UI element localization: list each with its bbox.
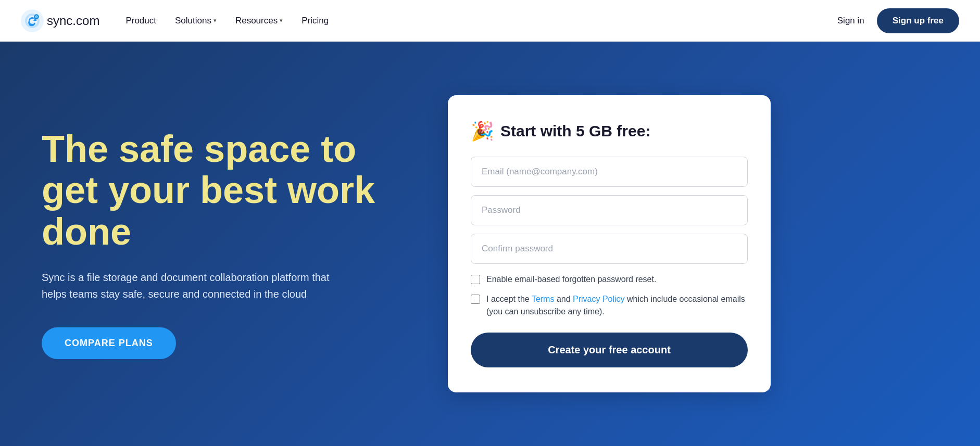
navbar: sync.com Product Solutions ▾ Resources ▾… <box>0 0 980 42</box>
email-input[interactable] <box>471 157 748 187</box>
hero-subtext: Sync is a file storage and document coll… <box>42 269 344 302</box>
terms-checkbox[interactable] <box>471 295 480 304</box>
solutions-chevron-icon: ▾ <box>213 17 217 24</box>
nav-product[interactable]: Product <box>125 16 156 26</box>
nav-solutions[interactable]: Solutions ▾ <box>175 16 217 26</box>
card-title-text: Start with 5 GB free: <box>500 122 650 140</box>
logo[interactable]: sync.com <box>21 9 99 32</box>
party-emoji: 🎉 <box>471 120 494 142</box>
confirm-password-input[interactable] <box>471 234 748 264</box>
sign-in-link[interactable]: Sign in <box>837 16 864 26</box>
terms-middle-text: and <box>554 295 573 303</box>
signup-button[interactable]: Sign up free <box>877 8 959 33</box>
hero-section: The safe space to get your best work don… <box>0 42 980 446</box>
resources-chevron-icon: ▾ <box>280 17 283 24</box>
nav-right: Sign in Sign up free <box>837 8 959 33</box>
password-group <box>471 195 748 225</box>
terms-link[interactable]: Terms <box>532 295 555 303</box>
confirm-password-group <box>471 234 748 264</box>
password-input[interactable] <box>471 195 748 225</box>
svg-point-0 <box>21 9 44 32</box>
forgotten-password-label: Enable email-based forgotten password re… <box>486 273 656 286</box>
privacy-policy-link[interactable]: Privacy Policy <box>573 295 625 303</box>
sync-logo-icon <box>21 9 44 32</box>
nav-links: Product Solutions ▾ Resources ▾ Pricing <box>125 16 837 26</box>
hero-headline: The safe space to get your best work don… <box>42 129 406 252</box>
nav-resources[interactable]: Resources ▾ <box>235 16 283 26</box>
forgotten-password-checkbox[interactable] <box>471 275 480 284</box>
create-account-button[interactable]: Create your free account <box>471 333 748 367</box>
terms-label: I accept the Terms and Privacy Policy wh… <box>486 293 748 318</box>
nav-pricing[interactable]: Pricing <box>301 16 329 26</box>
compare-plans-button[interactable]: COMPARE PLANS <box>42 327 176 359</box>
forgotten-password-checkbox-group: Enable email-based forgotten password re… <box>471 273 748 286</box>
terms-checkbox-group: I accept the Terms and Privacy Policy wh… <box>471 293 748 318</box>
hero-left: The safe space to get your best work don… <box>42 129 406 359</box>
signup-card: 🎉 Start with 5 GB free: Enable email-bas… <box>448 95 771 392</box>
email-group <box>471 157 748 187</box>
terms-before-text: I accept the <box>486 295 532 303</box>
checkboxes-area: Enable email-based forgotten password re… <box>471 273 748 318</box>
card-title: 🎉 Start with 5 GB free: <box>471 120 748 142</box>
logo-text: sync.com <box>47 14 99 28</box>
